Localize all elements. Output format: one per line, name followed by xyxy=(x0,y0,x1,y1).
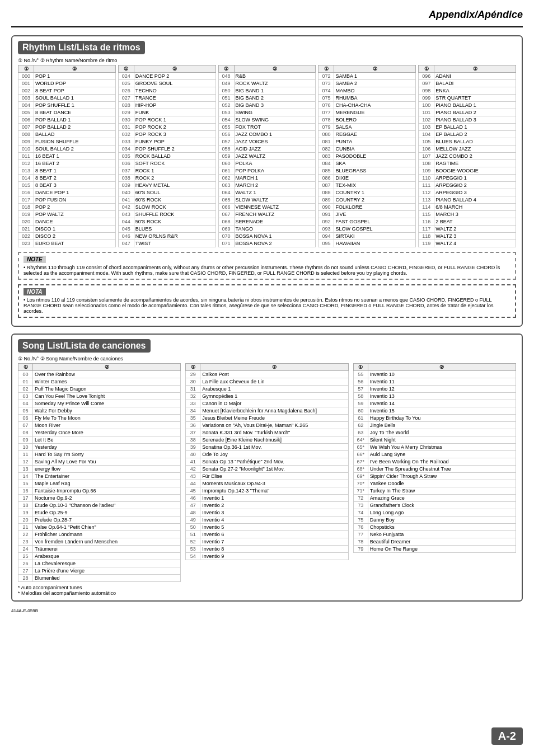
rhythm-name: PIANO BALLAD 3 xyxy=(434,116,516,124)
song-no: 11 xyxy=(18,451,33,458)
rhythm-no: 025 xyxy=(118,80,134,87)
table-row: 102PIANO BALLAD 3 xyxy=(419,116,516,124)
list-item: 64*Silent Night xyxy=(353,436,516,444)
rhythm-col-2: ①②048R&B049ROCK WALTZ050BIG BAND 1051BIG… xyxy=(218,65,316,247)
song-name: Under The Spreading Chestnut Tree xyxy=(368,466,516,473)
table-row: 076CHA-CHA-CHA xyxy=(318,102,416,109)
table-row: 103EP BALLAD 1 xyxy=(419,124,516,131)
table-row: 031POP ROCK 2 xyxy=(118,124,216,131)
song-name: Nocturne Op.9-2 xyxy=(33,495,181,502)
rhythm-th-name: ② xyxy=(434,65,516,73)
table-row: 049ROCK WALTZ xyxy=(218,80,316,87)
list-item: 03Can You Feel The Love Tonight xyxy=(18,393,181,400)
table-row: 093SLOW GOSPEL xyxy=(318,226,416,233)
table-row: 071BOSSA NOVA 2 xyxy=(218,240,316,247)
table-row: 016DANCE POP 1 xyxy=(18,189,116,196)
rhythm-name: DISCO 1 xyxy=(34,226,116,233)
rhythm-name: PIANO BALLAD 2 xyxy=(434,109,516,116)
list-item: 72Amazing Grace xyxy=(353,495,516,502)
rhythm-no: 001 xyxy=(18,80,34,87)
rhythm-no: 036 xyxy=(118,160,134,167)
song-name: Waltz For Debby xyxy=(33,407,181,415)
song-no: 74 xyxy=(353,509,368,516)
song-name: Inventio 9 xyxy=(200,553,348,560)
song-name: I've Been Working On The Railroad xyxy=(368,458,516,466)
table-row: 024DANCE POP 2 xyxy=(118,73,216,80)
rhythm-name: SAMBA 2 xyxy=(334,80,416,87)
rhythm-name: SLOW GOSPEL xyxy=(334,226,416,233)
rhythm-name: POP BALLAD 1 xyxy=(34,116,116,124)
song-no: 12 xyxy=(18,458,33,466)
song-name: Sonata Op.13 "Pathétique" 2nd Mov. xyxy=(200,458,348,466)
song-name: Jesus Bleibet Meine Freude xyxy=(200,415,348,422)
rhythm-name: EP BALLAD 1 xyxy=(434,124,516,131)
song-no: 33 xyxy=(186,400,200,407)
song-no: 50 xyxy=(186,524,200,531)
song-name: Danny Boy xyxy=(368,516,516,524)
rhythm-name: ARPEGGIO 1 xyxy=(434,175,516,182)
list-item: 16Fantaisie-Impromptu Op.66 xyxy=(18,487,181,495)
rhythm-name: PIANO BALLAD 1 xyxy=(434,102,516,109)
rhythm-no: 013 xyxy=(18,167,34,175)
song-no: 22 xyxy=(18,531,33,538)
list-item: 07Moon River xyxy=(18,422,181,429)
rhythm-name: DANCE xyxy=(34,218,116,226)
rhythm-no: 029 xyxy=(118,109,134,116)
song-name: Let It Be xyxy=(33,436,181,444)
rhythm-name: CHA-CHA-CHA xyxy=(334,102,416,109)
song-no: 36 xyxy=(186,422,200,429)
rhythm-no: 009 xyxy=(18,138,34,145)
rhythm-no: 084 xyxy=(318,160,334,167)
table-row: 001WORLD POP xyxy=(18,80,116,87)
rhythm-name: 60'S ROCK xyxy=(134,196,216,204)
table-row: 026TECHNO xyxy=(118,87,216,95)
rhythm-name: MARCH 1 xyxy=(234,175,316,182)
song-name: Beautiful Dreamer xyxy=(368,538,516,546)
rhythm-name: POP SHUFFLE 1 xyxy=(34,102,116,109)
rhythm-no: 091 xyxy=(318,211,334,218)
rhythm-name: 2 BEAT xyxy=(434,218,516,226)
table-row: 077MERENGUE xyxy=(318,109,416,116)
rhythm-name: 8 BEAT 2 xyxy=(34,175,116,182)
rhythm-no: 016 xyxy=(18,189,34,196)
song-no: 34 xyxy=(186,407,200,415)
song-no: 05 xyxy=(18,407,33,415)
table-row: 081PUNTA xyxy=(318,138,416,145)
song-no: 01 xyxy=(18,378,33,386)
song-name: Inventio 7 xyxy=(200,538,348,546)
rhythm-name: MARCH 3 xyxy=(434,211,516,218)
song-th-no: ① xyxy=(353,364,368,371)
list-item: 68*Under The Spreading Chestnut Tree xyxy=(353,466,516,473)
song-name: Saving All My Love For You xyxy=(33,458,181,466)
table-row: 097BALADI xyxy=(419,80,516,87)
song-no: 68* xyxy=(353,466,368,473)
song-no: 30 xyxy=(186,378,200,386)
song-col-1: ①②29Csikos Post30La Fille aux Cheveux de… xyxy=(185,363,348,582)
rhythm-name: BOSSA NOVA 1 xyxy=(234,233,316,240)
song-no: 53 xyxy=(186,546,200,553)
song-no: 63 xyxy=(353,429,368,436)
list-item: 75Danny Boy xyxy=(353,516,516,524)
rhythm-name: 50'S ROCK xyxy=(134,218,216,226)
note-en-title: NOTE xyxy=(24,256,46,263)
table-row: 017POP FUSION xyxy=(18,196,116,204)
rhythm-no: 040 xyxy=(118,189,134,196)
rhythm-no: 083 xyxy=(318,153,334,160)
rhythm-name: NEW ORLNS R&R xyxy=(134,233,216,240)
rhythm-name: ADANI xyxy=(434,73,516,80)
list-item: 70*Yankee Doodle xyxy=(353,480,516,487)
song-name: Inventio 10 xyxy=(368,371,516,378)
song-no: 58 xyxy=(353,393,368,400)
song-name: Inventio 6 xyxy=(200,531,348,538)
rhythm-no: 034 xyxy=(118,145,134,153)
song-no: 66* xyxy=(353,451,368,458)
table-row: 109BOOGIE-WOOGIE xyxy=(419,167,516,175)
song-no: 46 xyxy=(186,495,200,502)
song-name: Can You Feel The Love Tonight xyxy=(33,393,181,400)
rhythm-no: 011 xyxy=(18,153,34,160)
song-name: Serenade [Eine Kleine Nachtmusik] xyxy=(200,436,348,444)
rhythm-no: 041 xyxy=(118,196,134,204)
footnote2: * Melodías del acompañamiento automático xyxy=(18,590,516,596)
rhythm-no: 059 xyxy=(218,153,234,160)
rhythm-no: 110 xyxy=(419,175,434,182)
